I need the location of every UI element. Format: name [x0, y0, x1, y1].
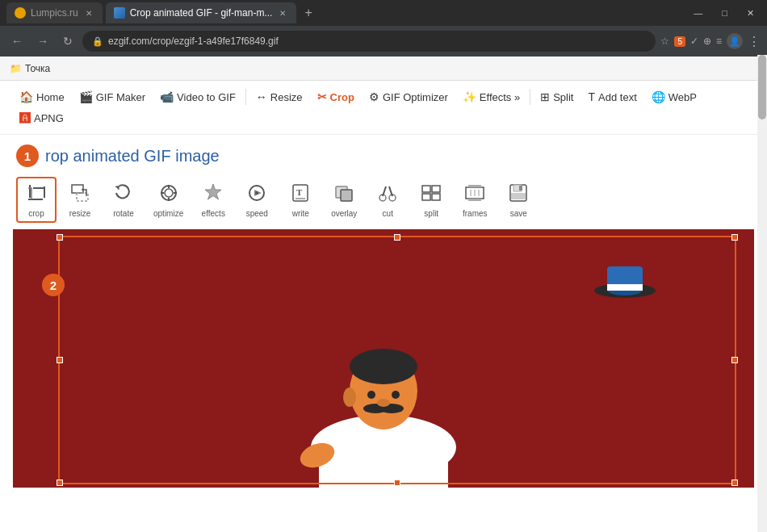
- tool-split-icon: [420, 182, 442, 207]
- bookmark-icon[interactable]: ☆: [660, 36, 669, 47]
- tool-frames-icon: [463, 182, 486, 207]
- nav-optimizer-label: GIF Optimizer: [383, 91, 448, 103]
- tool-optimize-icon: [157, 182, 180, 207]
- svg-point-49: [377, 399, 390, 407]
- maximize-button[interactable]: □: [715, 6, 734, 20]
- tool-speed[interactable]: speed: [237, 178, 277, 221]
- tool-optimize[interactable]: optimize: [147, 178, 190, 221]
- extension-icon-1[interactable]: 5: [674, 36, 685, 47]
- tool-write[interactable]: T write: [280, 178, 321, 221]
- optimizer-icon: ⚙: [369, 90, 379, 103]
- page-title: rop animated GIF image: [45, 147, 220, 165]
- new-tab-button[interactable]: +: [300, 6, 316, 20]
- tab-close-lumpics[interactable]: ✕: [83, 8, 94, 19]
- extension-icon-3[interactable]: ⊕: [703, 36, 711, 47]
- window-controls: — □ ✕: [687, 6, 761, 20]
- step1-badge: 1: [16, 145, 39, 167]
- tool-write-label: write: [292, 209, 309, 218]
- url-text: ezgif.com/crop/ezgif-1-a49fe17f6849.gif: [108, 36, 646, 47]
- reload-button[interactable]: ↻: [58, 32, 78, 50]
- tool-split[interactable]: split: [411, 178, 451, 221]
- lock-icon: 🔒: [92, 36, 103, 47]
- nav-home[interactable]: 🏠 Home: [13, 87, 71, 107]
- page-scrollbar[interactable]: [757, 55, 767, 532]
- tool-overlay[interactable]: overlay: [324, 178, 364, 221]
- tool-save-icon: [507, 182, 530, 207]
- svg-rect-4: [72, 185, 83, 193]
- svg-text:T: T: [296, 187, 303, 197]
- tool-speed-label: speed: [246, 209, 268, 218]
- man-figure: [287, 262, 480, 488]
- image-area: 2: [13, 229, 754, 488]
- svg-rect-20: [341, 190, 352, 201]
- tool-resize-label: resize: [69, 209, 91, 218]
- nav-resize[interactable]: ↔ Resize: [249, 87, 309, 107]
- step2-badge: 2: [42, 274, 65, 296]
- page-title-text: rop animated GIF image: [45, 147, 220, 165]
- extension-icon-4[interactable]: ≡: [716, 36, 722, 47]
- tool-save[interactable]: save: [498, 178, 539, 221]
- tool-cut-label: cut: [383, 209, 393, 218]
- nav-video-label: Video to GIF: [177, 91, 236, 103]
- folder-icon: 📁: [10, 63, 22, 74]
- minimize-button[interactable]: —: [687, 6, 709, 20]
- svg-point-44: [343, 387, 356, 407]
- nav-split-label: Split: [553, 91, 573, 103]
- nav-webp[interactable]: 🌐 WebP: [645, 87, 703, 107]
- svg-marker-12: [205, 184, 221, 199]
- nav-video-to-gif[interactable]: 📹 Video to GIF: [153, 87, 242, 107]
- nav-split[interactable]: ⊞ Split: [534, 87, 580, 107]
- svg-point-7: [165, 189, 173, 197]
- svg-point-47: [367, 391, 375, 399]
- svg-point-15: [255, 191, 258, 195]
- menu-button[interactable]: ⋮: [748, 34, 761, 49]
- main-content: 🏠 Home 🎬 GIF Maker 📹 Video to GIF ↔ Resi…: [0, 81, 767, 532]
- tab-ezgif[interactable]: Crop animated GIF - gif-man-m... ✕: [106, 2, 297, 23]
- tool-crop[interactable]: crop: [16, 177, 57, 223]
- extension-icon-2[interactable]: ✓: [690, 36, 698, 47]
- tool-frames-label: frames: [463, 209, 488, 218]
- tool-effects[interactable]: effects: [193, 178, 233, 221]
- tool-resize[interactable]: resize: [60, 178, 100, 221]
- nav-gif-maker[interactable]: 🎬 GIF Maker: [73, 87, 152, 107]
- tool-cut[interactable]: cut: [367, 178, 408, 221]
- nav-effects[interactable]: ✨ Effects »: [456, 87, 526, 107]
- tool-crop-icon: [25, 182, 48, 207]
- nav-crop[interactable]: ✂ Crop: [311, 87, 361, 107]
- tool-rotate-icon: [112, 182, 135, 207]
- tools-bar: crop resize rotate: [0, 174, 767, 229]
- title-bar: Lumpics.ru ✕ Crop animated GIF - gif-man…: [0, 0, 767, 26]
- close-button[interactable]: ✕: [740, 6, 761, 20]
- tool-rotate-label: rotate: [113, 209, 134, 218]
- tab-label-lumpics: Lumpics.ru: [31, 7, 78, 19]
- tab-close-ezgif[interactable]: ✕: [277, 8, 288, 19]
- svg-rect-31: [468, 199, 481, 201]
- svg-point-48: [392, 391, 400, 399]
- tool-effects-icon: [202, 182, 224, 207]
- nav-gif-optimizer[interactable]: ⚙ GIF Optimizer: [363, 87, 455, 107]
- nav-apng[interactable]: 🅰 APNG: [13, 108, 70, 128]
- step2-badge-container: 2: [42, 274, 65, 296]
- scroll-thumb[interactable]: [758, 55, 766, 119]
- tool-frames[interactable]: frames: [455, 178, 495, 221]
- profile-icon[interactable]: 👤: [727, 33, 743, 49]
- step2-label: 2: [50, 279, 57, 292]
- tab-label-ezgif: Crop animated GIF - gif-man-m...: [130, 7, 273, 19]
- forward-button[interactable]: →: [32, 32, 53, 50]
- nav-gif-maker-label: GIF Maker: [96, 91, 145, 103]
- breadcrumb-label: Точка: [25, 63, 50, 74]
- resize-icon: ↔: [256, 90, 267, 103]
- url-bar[interactable]: 🔒 ezgif.com/crop/ezgif-1-a49fe17f6849.gi…: [82, 31, 656, 52]
- nav-add-text[interactable]: T Add text: [581, 87, 643, 107]
- tool-effects-label: effects: [202, 209, 225, 218]
- tab-lumpics[interactable]: Lumpics.ru ✕: [6, 2, 103, 23]
- svg-rect-26: [432, 186, 440, 192]
- tool-rotate[interactable]: rotate: [103, 178, 144, 221]
- crop-icon-nav: ✂: [317, 90, 327, 103]
- effects-icon: ✨: [463, 90, 476, 103]
- tool-cut-icon: [376, 182, 399, 207]
- apng-icon: 🅰: [19, 111, 31, 124]
- browser-toolbar-icons: ☆ 5 ✓ ⊕ ≡ 👤 ⋮: [660, 33, 761, 49]
- tab-favicon-ezgif: [114, 7, 125, 19]
- back-button[interactable]: ←: [6, 32, 27, 50]
